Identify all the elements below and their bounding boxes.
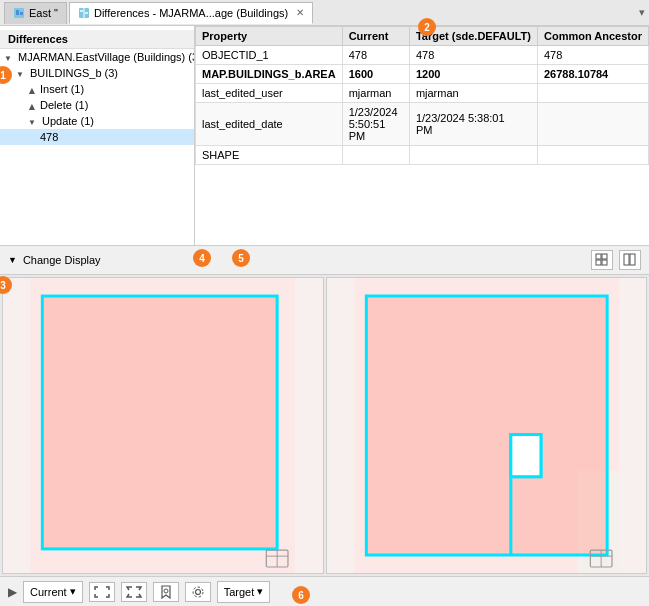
map-tab-icon	[13, 7, 25, 19]
cell-target: mjarman	[409, 84, 537, 103]
svg-rect-21	[510, 435, 540, 477]
tree-root-item[interactable]: ▼ MJARMAN.EastVillage (Buildings) (3)	[0, 49, 194, 65]
cell-current: 1600	[342, 65, 409, 84]
svg-rect-9	[596, 260, 601, 265]
cell-target: 478	[409, 46, 537, 65]
current-arrow-icon: ▾	[70, 585, 76, 598]
svg-point-27	[193, 587, 203, 597]
svg-rect-11	[624, 254, 629, 265]
svg-point-26	[195, 589, 200, 594]
tree-arrow-delete: ▶	[27, 104, 36, 110]
map-container	[0, 275, 649, 576]
tree-delete-label: Delete (1)	[40, 99, 88, 111]
tree-root-label: MJARMAN.EastVillage (Buildings) (3)	[18, 51, 195, 63]
bottom-toolbar: ▶ Current ▾	[0, 576, 649, 606]
map-panel-target[interactable]	[326, 277, 648, 574]
cell-target: 1200	[409, 65, 537, 84]
play-icon: ▶	[8, 585, 17, 599]
change-display-label: Change Display	[23, 254, 101, 266]
split-view-button[interactable]	[619, 250, 641, 270]
tab-east-village[interactable]: East "	[4, 2, 67, 24]
diff-tab-icon	[78, 7, 90, 19]
tree-panel: Differences ▼ MJARMAN.EastVillage (Build…	[0, 26, 195, 245]
bookmark-button[interactable]	[153, 582, 179, 602]
cell-target: 1/23/2024 5:38:01 PM	[409, 103, 537, 146]
zoom-extent-icon	[94, 586, 110, 598]
tab-differences[interactable]: Differences - MJARMA...age (Buildings) ✕	[69, 2, 313, 24]
change-display-arrow[interactable]: ▼	[8, 255, 17, 265]
diff-table: Property Current Target (sde.DEFAULT) Co…	[195, 26, 649, 165]
svg-rect-5	[80, 10, 83, 12]
cell-property: MAP.BUILDINGS_b.AREA	[196, 65, 343, 84]
cell-target	[409, 146, 537, 165]
tree-478-label: 478	[40, 131, 58, 143]
main-container: 1 2 Differences ▼ MJARMAN.EastVillage (B…	[0, 26, 649, 606]
tree-insert-item[interactable]: ▶ Insert (1)	[0, 81, 194, 97]
tree-delete-item[interactable]: ▶ Delete (1)	[0, 97, 194, 113]
target-label: Target	[224, 586, 255, 598]
annotation-4: 4	[193, 249, 211, 267]
split-view-icon	[623, 253, 637, 267]
cell-ancestor: 26788.10784	[538, 65, 649, 84]
tree-arrow-root: ▼	[4, 54, 12, 63]
zoom-extent-button[interactable]	[89, 582, 115, 602]
annotation-5: 5	[232, 249, 250, 267]
gear-icon	[191, 585, 205, 599]
svg-rect-10	[602, 260, 607, 265]
cell-ancestor	[538, 146, 649, 165]
tab-differences-label: Differences - MJARMA...age (Buildings)	[94, 7, 288, 19]
svg-rect-8	[602, 254, 607, 259]
cell-current: 478	[342, 46, 409, 65]
tree-478-item[interactable]: 478	[0, 129, 194, 145]
svg-rect-12	[630, 254, 635, 265]
tree-buildings-item[interactable]: ▼ BUILDINGS_b (3)	[0, 65, 194, 81]
map-panel-current[interactable]	[2, 277, 324, 574]
table-view-icon	[595, 253, 609, 267]
tab-bar: East " Differences - MJARMA...age (Build…	[0, 0, 649, 26]
svg-marker-20	[366, 296, 607, 555]
tree-arrow-buildings: ▼	[16, 70, 24, 79]
tree-buildings-label: BUILDINGS_b (3)	[30, 67, 118, 79]
cell-ancestor	[538, 84, 649, 103]
panel-header: Differences	[0, 30, 194, 49]
current-dropdown[interactable]: Current ▾	[23, 581, 83, 603]
diff-table-panel: Property Current Target (sde.DEFAULT) Co…	[195, 26, 649, 245]
tree-update-item[interactable]: ▼ Update (1)	[0, 113, 194, 129]
svg-point-25	[164, 589, 168, 593]
cell-current: 1/23/2024 5:50:51 PM	[342, 103, 409, 146]
map-svg-target	[327, 278, 647, 573]
svg-rect-1	[16, 10, 19, 15]
tab-close-button[interactable]: ✕	[296, 7, 304, 18]
annotation-2: 2	[418, 18, 436, 36]
svg-rect-6	[85, 12, 88, 14]
map-svg-current	[3, 278, 323, 573]
panel-header-label: Differences	[8, 33, 68, 45]
tree-arrow-insert: ▶	[27, 88, 36, 94]
svg-rect-2	[20, 12, 23, 15]
col-ancestor: Common Ancestor	[538, 27, 649, 46]
top-section: 1 2 Differences ▼ MJARMAN.EastVillage (B…	[0, 26, 649, 246]
change-display-header: ▼ Change Display	[0, 246, 649, 275]
settings-button[interactable]	[185, 582, 211, 602]
current-label: Current	[30, 586, 67, 598]
target-dropdown[interactable]: Target ▾	[217, 581, 271, 603]
cell-ancestor: 478	[538, 46, 649, 65]
sync-extent-icon	[126, 586, 142, 598]
svg-rect-7	[596, 254, 601, 259]
table-view-button[interactable]	[591, 250, 613, 270]
sync-extent-button[interactable]	[121, 582, 147, 602]
table-row: OBJECTID_1 478 478 478	[196, 46, 649, 65]
tree-insert-label: Insert (1)	[40, 83, 84, 95]
annotation-6: 6	[292, 586, 310, 604]
bookmark-icon	[159, 585, 173, 599]
svg-rect-14	[42, 296, 277, 549]
cell-property: last_edited_user	[196, 84, 343, 103]
tree-arrow-update: ▼	[28, 118, 36, 127]
target-arrow-icon: ▾	[257, 585, 263, 598]
tab-east-village-label: East "	[29, 7, 58, 19]
bottom-section: 3 4 5 6 ▼ Change Display	[0, 246, 649, 606]
cell-current	[342, 146, 409, 165]
cell-property: SHAPE	[196, 146, 343, 165]
tab-bar-overflow[interactable]: ▾	[639, 6, 645, 19]
table-row: last_edited_user mjarman mjarman	[196, 84, 649, 103]
